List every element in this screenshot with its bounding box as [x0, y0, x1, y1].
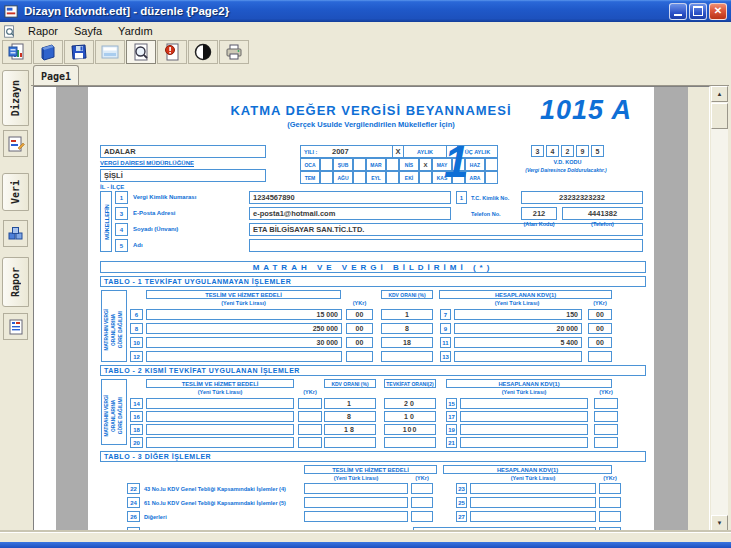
data-icon[interactable] — [3, 220, 28, 247]
row-no: 26 — [127, 511, 140, 522]
bedel-cell — [146, 437, 294, 448]
kdv-cell — [454, 351, 582, 362]
tevkifat-cell: 10 — [384, 411, 436, 422]
tc-label: T.C. Kimlik No. — [471, 195, 509, 201]
field-label: Soyadı (Ünvanı) — [133, 226, 178, 232]
menu-sayfa[interactable]: Sayfa — [66, 24, 110, 38]
close-button[interactable]: ✕ — [709, 3, 727, 20]
app-window: Dizayn [kdvndt.edt] - düzenle {Page2} ✕ … — [0, 0, 731, 548]
scroll-up-button[interactable]: ▲ — [711, 86, 728, 102]
row-no: 11 — [440, 337, 451, 348]
field-no: 1 — [115, 191, 128, 204]
month-mark — [320, 158, 333, 171]
preview-viewport[interactable]: KATMA DEĞER VERGİSİ BEYANNAMESİ (Gerçek … — [33, 86, 710, 531]
phone-field: 4441382 — [562, 207, 643, 220]
bedel-cell: 15 000 — [146, 309, 342, 320]
col-kdv: HESAPLANAN KDV(1) — [439, 290, 612, 299]
row-label: 43 No.lu KDV Genel Tebliği Kapsamındaki … — [144, 486, 286, 492]
tablo2-side-box: MATRAHIN VERGİ ORANLARINA GÖRE DAĞILIMI — [101, 379, 127, 445]
oran-cell: 8 — [324, 411, 376, 422]
minimize-button[interactable] — [669, 3, 687, 20]
row-label: Diğerleri — [144, 514, 167, 520]
total-no: 28 — [127, 527, 140, 531]
district-field: ŞİŞLİ — [100, 169, 266, 182]
ykr-cell: 00 — [588, 337, 612, 348]
ykr-cell: 00 — [588, 323, 612, 334]
field-no: 5 — [115, 239, 128, 252]
kdv-cell — [460, 411, 588, 422]
refresh-doc-icon[interactable] — [157, 40, 187, 64]
bedel-cell — [146, 351, 342, 362]
row-no: 16 — [130, 411, 143, 422]
total-label: MATRAH TOPLAMI (6+8+10+12+14+16+18+20+22… — [144, 530, 295, 531]
ykr-cell — [594, 411, 618, 422]
sidebar-tab-rapor[interactable]: Rapor — [2, 257, 29, 307]
save-icon[interactable] — [64, 40, 94, 64]
restore-button[interactable] — [689, 3, 707, 20]
title-bar: Dizayn [kdvndt.edt] - düzenle {Page2} ✕ — [0, 0, 731, 22]
print-icon[interactable] — [219, 40, 249, 64]
kdv-cell — [470, 483, 596, 494]
oran-cell: 18 — [381, 337, 433, 348]
ykr-cell — [346, 351, 373, 362]
viewport-gutter — [688, 87, 710, 530]
tc-field: 23232323232 — [521, 191, 643, 204]
taxpayer-side-box: MÜKELLEFİN — [100, 191, 112, 252]
tablo2-title: TABLO - 2 KISMİ TEVKİFAT UYGULANAN İŞLEM… — [100, 365, 646, 376]
tax-office-field: ADALAR — [100, 145, 266, 158]
tablo3-title: TABLO - 3 DİĞER İŞLEMLER — [100, 451, 646, 462]
month-mark — [320, 171, 333, 184]
month-mark: X — [419, 158, 432, 171]
page-margin-left — [56, 87, 88, 530]
row-no: 15 — [446, 398, 457, 409]
vertical-scrollbar[interactable]: ▲ ▼ — [711, 86, 728, 531]
month-name: EKİ — [399, 171, 419, 184]
adi-field — [249, 239, 643, 252]
bedel-cell: 250 000 — [146, 323, 342, 334]
page-setup-icon[interactable] — [95, 40, 125, 64]
menu-yardim[interactable]: Yardım — [110, 24, 161, 38]
page-tab[interactable]: Page1 — [33, 65, 79, 86]
oran-cell: 1 — [324, 398, 376, 409]
tablo1-side-box: MATRAHIN VERGİ ORANLARINA GÖRE DAĞILIMI — [101, 290, 127, 362]
document-area: Page1 KATMA DEĞER VERGİSİ BEYANNAMESİ (G… — [31, 64, 729, 533]
report-new-icon[interactable] — [2, 40, 32, 64]
menu-rapor[interactable]: Rapor — [20, 24, 66, 38]
total-ykr: 00 — [599, 527, 621, 531]
total-value: 295 000 — [413, 527, 596, 531]
sidebar-tab-dizayn[interactable]: Dizayn — [2, 70, 29, 126]
ykr-cell — [594, 424, 618, 435]
row-no: 24 — [127, 497, 140, 508]
ykr-cell — [588, 351, 612, 362]
row-no: 23 — [456, 483, 467, 494]
monthly-label: AYLIK — [404, 146, 446, 157]
tevkifat-cell — [384, 437, 436, 448]
open-icon[interactable] — [33, 40, 63, 64]
vd-code-note: (Vergi Dairesince Doldurulacaktır.) — [486, 167, 646, 173]
ykr-cell: 00 — [346, 323, 373, 334]
district-label: İL - İLÇE — [100, 184, 124, 190]
scroll-down-button[interactable]: ▼ — [711, 515, 728, 531]
row-no: 14 — [130, 398, 143, 409]
report-icon[interactable] — [3, 313, 28, 340]
oran-cell — [381, 351, 433, 362]
field-label: Vergi Kimlik Numarası — [133, 194, 196, 200]
kdv-cell: 5 400 — [454, 337, 582, 348]
kdv-cell — [460, 437, 588, 448]
vergi-kimlik-field: 1234567890 — [249, 191, 451, 204]
document-icon[interactable] — [3, 25, 16, 38]
year-label: YILI : — [301, 146, 328, 157]
sidebar-tab-veri[interactable]: Veri — [2, 173, 29, 211]
print-preview-icon[interactable] — [126, 40, 156, 64]
kdv-cell — [460, 398, 588, 409]
design-icon[interactable] — [3, 130, 28, 157]
ykr-cell — [298, 437, 322, 448]
month-mark — [386, 158, 399, 171]
scrollbar-thumb[interactable] — [711, 103, 728, 129]
contrast-icon[interactable] — [188, 40, 218, 64]
col-bedel: TESLİM VE HİZMET BEDELİ — [146, 290, 341, 299]
tablo1-title: TABLO - 1 TEVKİFAT UYGULANMAYAN İŞLEMLER — [100, 276, 646, 287]
bedel-cell — [304, 483, 408, 494]
bedel-cell — [304, 497, 408, 508]
section-banner: MATRAH VE VERGİ BİLDİRİMİ (*) — [100, 261, 646, 273]
